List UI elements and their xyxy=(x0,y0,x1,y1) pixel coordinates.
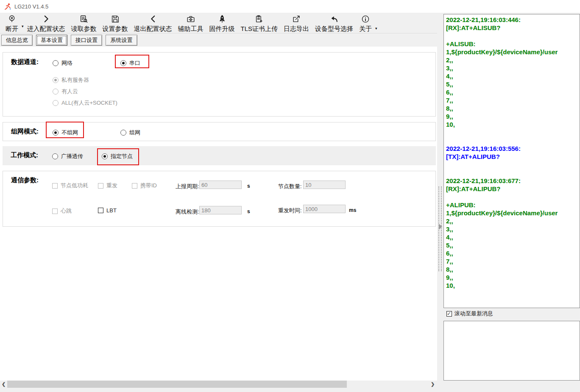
checkbox-square xyxy=(52,183,58,189)
read-params-icon xyxy=(79,14,89,24)
log-line: [RX]:AT+ALISUB? xyxy=(446,24,580,32)
log-line xyxy=(446,128,580,136)
toolbar-enter-config[interactable]: 进入配置状态 xyxy=(24,14,68,33)
section-work-mode: 工作模式: 广播透传 指定节点 xyxy=(3,146,436,165)
radio-circle xyxy=(120,60,126,66)
section-label: 通信参数: xyxy=(11,176,39,184)
toolbar-tls-cert-upload[interactable]: TLS证书上传 xyxy=(238,14,281,33)
log-line: 4,, xyxy=(446,233,580,241)
radio-circle xyxy=(120,130,126,136)
checkbox-label: 携带ID xyxy=(140,182,157,189)
tab-info-overview[interactable]: 信息总览 xyxy=(1,35,33,46)
radio-no-networking[interactable]: 不组网 xyxy=(53,129,78,136)
input-report-period[interactable] xyxy=(199,181,242,189)
toolbar-firmware-upgrade[interactable]: 固件升级 xyxy=(206,14,238,33)
toolbar-set-params[interactable]: 设置参数 xyxy=(100,14,131,33)
log-export-icon xyxy=(292,14,301,24)
checkbox-carry-id[interactable]: 携带ID xyxy=(132,182,157,189)
radio-label: 组网 xyxy=(129,129,140,136)
log-line: 10, xyxy=(446,120,580,128)
tab-basic-settings[interactable]: 基本设置 xyxy=(36,35,67,46)
input-resend-time[interactable] xyxy=(303,205,346,213)
section-data-channel: 数据通道: 网络 串口 私有服务器 有人云 ALL(有人云+SOCKET) xyxy=(3,52,436,117)
radio-circle xyxy=(52,153,58,159)
log-line: [TX]:AT+ALIPUB? xyxy=(446,153,580,161)
toolbar-item-label: 关于 xyxy=(359,24,372,33)
checkbox-lbt[interactable]: LBT xyxy=(98,207,117,214)
radio-serial[interactable]: 串口 xyxy=(120,59,140,67)
autoscroll-checkbox[interactable]: 滚动至最新消息 xyxy=(446,310,493,317)
field-label-offline-detect: 离线检测: xyxy=(176,208,199,216)
tab-system-settings[interactable]: 系统设置 xyxy=(106,35,137,46)
aux-tools-icon xyxy=(186,14,195,24)
toolbar-read-params[interactable]: 读取参数 xyxy=(68,14,100,33)
panel-splitter[interactable] xyxy=(437,13,443,388)
radio-networking[interactable]: 组网 xyxy=(120,129,140,136)
input-offline-detect[interactable] xyxy=(199,206,242,214)
section-label: 数据通道: xyxy=(11,58,39,66)
log-line xyxy=(446,32,580,40)
radio-private-server[interactable]: 私有服务器 xyxy=(53,76,89,84)
unit-label: ms xyxy=(349,207,356,213)
radio-usr-cloud[interactable]: 有人云 xyxy=(53,88,78,95)
checkbox-label: 重发 xyxy=(106,182,117,189)
radio-network[interactable]: 网络 xyxy=(53,59,72,67)
field-label-resend-time: 重发时间: xyxy=(278,207,302,214)
unit-label: s xyxy=(247,209,250,214)
toolbar-aux-tools[interactable]: 辅助工具 xyxy=(175,14,206,33)
firmware-upgrade-icon xyxy=(218,14,227,24)
radio-label: 私有服务器 xyxy=(61,76,89,84)
log-line: 9,, xyxy=(446,112,580,120)
enter-config-icon xyxy=(42,14,51,24)
toolbar-item-label: 进入配置状态 xyxy=(27,24,65,33)
toolbar-exit-config[interactable]: 退出配置状态 xyxy=(131,14,175,33)
section-network-mode: 组网模式: 不组网 组网 xyxy=(3,122,436,141)
scrollbar-thumb[interactable] xyxy=(7,381,347,388)
log-line: 2022-12-21,19:16:03:677: xyxy=(446,177,580,185)
toolbar: 断开 ▾ 进入配置状态 读取参数 设置参数 退出配置状态 辅助工具 xyxy=(0,13,437,33)
checkbox-heartbeat[interactable]: 心跳 xyxy=(52,207,72,215)
title-bar: LG210 V1.4.5 xyxy=(0,0,580,13)
log-line: 4,, xyxy=(446,72,580,80)
toolbar-item-label: 固件升级 xyxy=(209,24,235,33)
checkbox-square xyxy=(446,311,452,317)
toolbar-about[interactable]: 关于 xyxy=(356,14,375,33)
radio-label: ALL(有人云+SOCKET) xyxy=(61,99,117,107)
tab-interface-settings[interactable]: 接口设置 xyxy=(71,35,102,46)
radio-label: 网络 xyxy=(61,59,72,67)
toolbar-device-model-select[interactable]: 设备型号选择 xyxy=(312,14,356,33)
splitter-collapse-icon[interactable] xyxy=(439,224,442,230)
log-line: 8,, xyxy=(446,265,580,273)
input-node-count[interactable] xyxy=(303,181,346,189)
toolbar-item-label: 设备型号选择 xyxy=(315,24,353,33)
log-line xyxy=(446,169,580,177)
radio-all-cloud-socket[interactable]: ALL(有人云+SOCKET) xyxy=(53,99,117,107)
log-line xyxy=(446,136,580,145)
toolbar-disconnect[interactable]: 断开 xyxy=(3,14,21,33)
checkbox-label: 节点低功耗 xyxy=(61,182,88,189)
field-label-node-count: 节点数量: xyxy=(278,183,302,190)
checkbox-square xyxy=(98,183,103,189)
radio-circle xyxy=(53,89,59,95)
send-input[interactable] xyxy=(444,321,580,380)
horizontal-scrollbar[interactable]: ❮ ❯ xyxy=(0,381,437,388)
scroll-right-arrow-icon[interactable]: ❯ xyxy=(429,381,436,388)
scroll-left-arrow-icon[interactable]: ❮ xyxy=(0,381,7,388)
toolbar-item-label: 断开 xyxy=(6,24,18,33)
exit-config-icon xyxy=(148,14,158,24)
radio-broadcast[interactable]: 广播透传 xyxy=(52,153,83,160)
log-output[interactable]: 2022-12-21,19:16:03:446:[RX]:AT+ALISUB? … xyxy=(443,14,580,308)
checkbox-resend[interactable]: 重发 xyxy=(98,182,117,189)
toolbar-item-label: 退出配置状态 xyxy=(134,24,172,33)
log-line: 8,, xyxy=(446,104,580,112)
tls-cert-upload-icon xyxy=(254,14,264,24)
toolbar-log-export[interactable]: 日志导出 xyxy=(281,14,312,33)
device-model-icon xyxy=(329,14,339,24)
checkbox-node-low-power[interactable]: 节点低功耗 xyxy=(52,182,88,189)
log-line: 10, xyxy=(446,281,580,289)
send-box xyxy=(443,321,580,381)
about-dropdown-arrow[interactable]: ▾ xyxy=(375,26,378,31)
log-line: 3,, xyxy=(446,225,580,233)
log-line: 2022-12-21,19:16:03:556: xyxy=(446,145,580,153)
radio-designated-node[interactable]: 指定节点 xyxy=(102,153,133,160)
